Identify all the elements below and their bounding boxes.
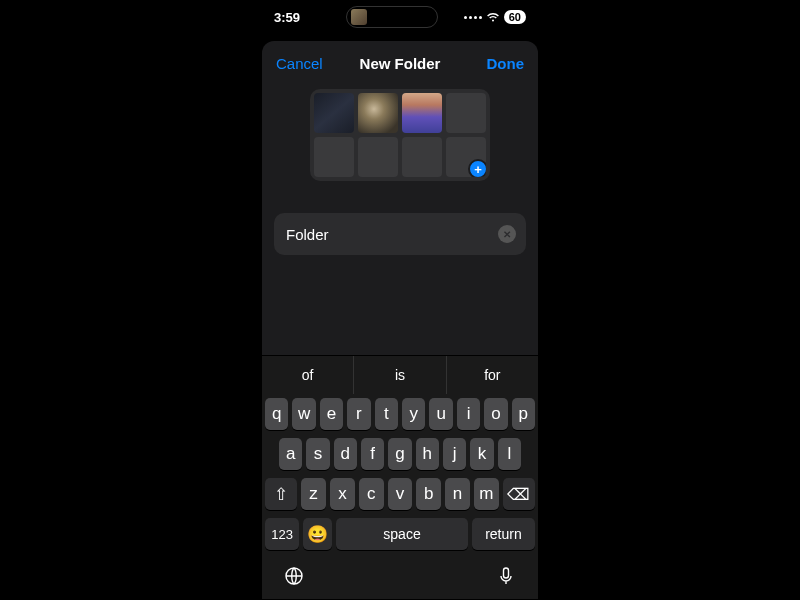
- empty-thumbnail: [358, 137, 398, 177]
- clear-text-button[interactable]: [498, 225, 516, 243]
- key-row-2: a s d f g h j k l: [265, 438, 535, 470]
- spacer: [262, 255, 538, 355]
- key-e[interactable]: e: [320, 398, 343, 430]
- wifi-icon: [486, 12, 500, 23]
- suggestion[interactable]: for: [447, 356, 538, 394]
- key-w[interactable]: w: [292, 398, 315, 430]
- space-key[interactable]: space: [336, 518, 468, 550]
- key-z[interactable]: z: [301, 478, 326, 510]
- key-row-3: z x c v b n m: [265, 478, 535, 510]
- nav-bar: Cancel New Folder Done: [262, 41, 538, 85]
- key-s[interactable]: s: [306, 438, 329, 470]
- photo-grid[interactable]: +: [310, 89, 490, 181]
- key-b[interactable]: b: [416, 478, 441, 510]
- folder-name-field-wrap[interactable]: [274, 213, 526, 255]
- status-bar: 3:59 60: [262, 1, 538, 33]
- key-x[interactable]: x: [330, 478, 355, 510]
- key-p[interactable]: p: [512, 398, 535, 430]
- key-j[interactable]: j: [443, 438, 466, 470]
- key-k[interactable]: k: [470, 438, 493, 470]
- key-t[interactable]: t: [375, 398, 398, 430]
- battery-indicator: 60: [504, 10, 526, 24]
- key-row-4: 123 😀 space return: [265, 518, 535, 550]
- photo-thumbnail: [402, 93, 442, 133]
- key-a[interactable]: a: [279, 438, 302, 470]
- key-i[interactable]: i: [457, 398, 480, 430]
- add-photo-icon[interactable]: +: [468, 159, 486, 177]
- key-v[interactable]: v: [388, 478, 413, 510]
- return-key[interactable]: return: [472, 518, 535, 550]
- emoji-key[interactable]: 😀: [303, 518, 332, 550]
- status-time: 3:59: [274, 10, 334, 25]
- key-g[interactable]: g: [388, 438, 411, 470]
- done-button[interactable]: Done: [487, 55, 525, 72]
- key-q[interactable]: q: [265, 398, 288, 430]
- numbers-key[interactable]: 123: [265, 518, 299, 550]
- dynamic-island: [346, 6, 438, 28]
- mic-icon[interactable]: [496, 566, 516, 591]
- cancel-button[interactable]: Cancel: [276, 55, 323, 72]
- key-l[interactable]: l: [498, 438, 521, 470]
- photo-thumbnail: [314, 93, 354, 133]
- photo-thumbnail: [358, 93, 398, 133]
- empty-thumbnail: [402, 137, 442, 177]
- sheet-title: New Folder: [360, 55, 441, 72]
- backspace-key[interactable]: [503, 478, 535, 510]
- new-folder-sheet: Cancel New Folder Done +: [262, 41, 538, 599]
- empty-thumbnail: [314, 137, 354, 177]
- key-o[interactable]: o: [484, 398, 507, 430]
- svg-rect-1: [504, 568, 509, 578]
- now-playing-thumb: [351, 9, 367, 25]
- suggestion[interactable]: of: [262, 356, 354, 394]
- globe-icon[interactable]: [284, 566, 304, 591]
- key-h[interactable]: h: [416, 438, 439, 470]
- key-u[interactable]: u: [429, 398, 452, 430]
- key-row-1: q w e r t y u i o p: [265, 398, 535, 430]
- suggestion[interactable]: is: [354, 356, 446, 394]
- phone-frame: 3:59 60 Cancel New Folder Done: [262, 1, 538, 599]
- empty-thumbnail: +: [446, 137, 486, 177]
- empty-thumbnail: [446, 93, 486, 133]
- key-d[interactable]: d: [334, 438, 357, 470]
- photo-grid-wrap: +: [262, 85, 538, 193]
- key-m[interactable]: m: [474, 478, 499, 510]
- key-n[interactable]: n: [445, 478, 470, 510]
- shift-key[interactable]: [265, 478, 297, 510]
- folder-name-input[interactable]: [286, 226, 498, 243]
- suggestion-bar: of is for: [262, 356, 538, 394]
- key-r[interactable]: r: [347, 398, 370, 430]
- status-right: 60: [450, 10, 526, 24]
- key-y[interactable]: y: [402, 398, 425, 430]
- keyboard: of is for q w e r t y u i o p a: [262, 355, 538, 599]
- key-f[interactable]: f: [361, 438, 384, 470]
- key-rows: q w e r t y u i o p a s d f g h: [262, 394, 538, 564]
- cellular-icon: [464, 16, 482, 19]
- keyboard-bottom-bar: [262, 564, 538, 599]
- key-c[interactable]: c: [359, 478, 384, 510]
